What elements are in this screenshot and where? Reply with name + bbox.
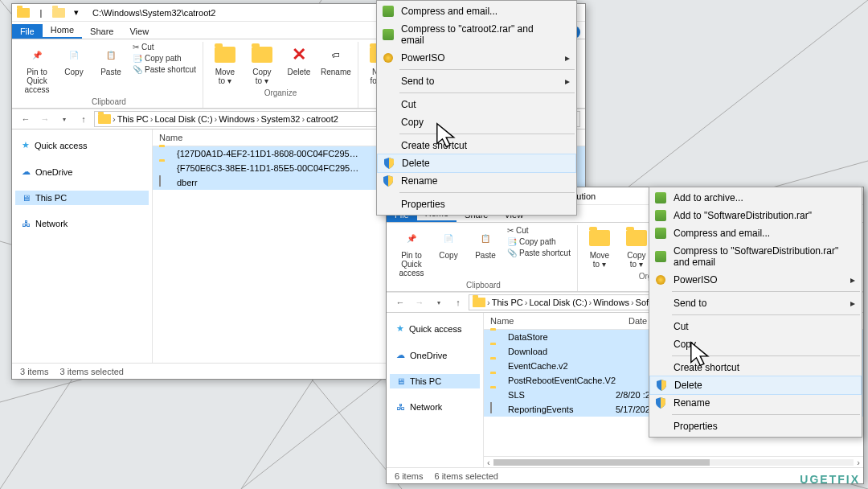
delete-button[interactable]: ✕Delete [282, 42, 316, 78]
submenu-arrow-icon: ▸ [565, 76, 570, 87]
menu-separator [399, 69, 575, 70]
menu-item-properties[interactable]: Properties [649, 417, 862, 435]
blank-icon [382, 98, 395, 111]
folder-icon [490, 331, 503, 343]
rename-button[interactable]: 🏷Rename [319, 42, 353, 78]
folder-icon [490, 345, 503, 358]
menu-item-copy[interactable]: Copy [377, 113, 576, 131]
tab-home[interactable]: Home [43, 23, 82, 39]
ribbon-group-clipboard: 📌Pin to Quick access 📄Copy 📋Paste ✂Cut 📑… [390, 225, 578, 291]
shield-icon [382, 175, 395, 187]
blank-icon [382, 198, 395, 211]
qat-dropdown[interactable]: ▾ [68, 6, 84, 20]
menu-item-rename[interactable]: Rename [377, 172, 576, 190]
group-label: Organize [264, 88, 297, 97]
blank-icon [382, 139, 395, 152]
history-dropdown[interactable]: ▾ [430, 294, 448, 311]
nav-network[interactable]: 🖧Network [390, 400, 480, 414]
menu-item-send-to[interactable]: Send to▸ [377, 72, 576, 90]
rar-icon [654, 250, 667, 263]
nav-quick-access[interactable]: ★Quick access [390, 321, 480, 336]
shield-icon [654, 397, 667, 409]
up-button[interactable]: ↑ [75, 110, 92, 128]
menu-item-cut[interactable]: Cut [649, 318, 862, 335]
copy-button[interactable]: 📄Copy [432, 225, 465, 261]
folder-icon [490, 388, 503, 401]
blank-icon [382, 75, 395, 88]
cut-button[interactable]: ✂Cut [131, 42, 198, 52]
blank-icon [654, 420, 667, 433]
rar-icon [654, 209, 667, 222]
folder-icon [490, 374, 503, 387]
menu-item-properties[interactable]: Properties [377, 195, 576, 213]
nav-quick-access[interactable]: ★Quick access [15, 138, 149, 153]
paste-shortcut-button[interactable]: 📎Paste shortcut [506, 248, 572, 258]
menu-item-add-to-softwaredistribution-rar[interactable]: Add to "SoftwareDistribution.rar" [649, 207, 862, 224]
menu-item-delete[interactable]: Delete [377, 154, 576, 173]
menu-item-create-shortcut[interactable]: Create shortcut [649, 359, 862, 376]
file-icon [159, 176, 172, 189]
tab-file[interactable]: File [12, 24, 43, 39]
menu-separator [672, 355, 860, 356]
blank-icon [382, 116, 395, 129]
ribbon-group-organize: Move to ▾ Copy to ▾ ✕Delete 🏷Rename Orga… [203, 42, 358, 108]
copy-to-button[interactable]: Copy to ▾ [245, 42, 279, 87]
shield-icon [383, 157, 395, 170]
copy-path-button[interactable]: 📑Copy path [131, 53, 198, 64]
move-to-button[interactable]: Move to ▾ [583, 225, 616, 270]
shield-icon [655, 379, 668, 392]
history-dropdown[interactable]: ▾ [55, 110, 73, 128]
folder-icon [159, 162, 172, 175]
pin-quick-access-button[interactable]: 📌Pin to Quick access [395, 225, 428, 279]
cut-button[interactable]: ✂Cut [506, 225, 572, 236]
copy-button[interactable]: 📄Copy [57, 42, 91, 78]
nav-pane: ★Quick access ☁OneDrive 🖥This PC 🖧Networ… [12, 129, 153, 363]
menu-item-copy[interactable]: Copy [649, 335, 862, 353]
menu-item-cut[interactable]: Cut [377, 96, 576, 113]
menu-item-poweriso[interactable]: PowerISO▸ [649, 271, 862, 289]
paste-button[interactable]: 📋Paste [469, 225, 502, 261]
menu-separator [672, 314, 860, 315]
nav-this-pc[interactable]: 🖥This PC [390, 374, 480, 388]
forward-button[interactable]: → [36, 110, 54, 128]
move-to-button[interactable]: Move to ▾ [208, 42, 242, 87]
tab-view[interactable]: View [121, 24, 157, 39]
up-button[interactable]: ↑ [449, 294, 467, 311]
back-button[interactable]: ← [17, 110, 35, 128]
menu-item-compress-and-email[interactable]: Compress and email... [377, 2, 576, 20]
qat-item[interactable] [51, 6, 67, 20]
context-menu: Add to archive...Add to "SoftwareDistrib… [649, 187, 862, 438]
status-selected: 3 items selected [59, 367, 123, 376]
hscrollbar[interactable]: ‹ › [484, 456, 863, 467]
submenu-arrow-icon: ▸ [565, 52, 570, 64]
statusbar: 6 items 6 items selected [387, 467, 863, 483]
nav-network[interactable]: 🖧Network [15, 216, 149, 231]
watermark: UGETFIX [800, 473, 860, 486]
menu-item-add-to-archive[interactable]: Add to archive... [649, 189, 862, 207]
nav-this-pc[interactable]: 🖥This PC [15, 191, 149, 205]
menu-item-create-shortcut[interactable]: Create shortcut [377, 137, 576, 154]
status-selected: 6 items selected [434, 471, 497, 481]
back-button[interactable]: ← [391, 294, 409, 311]
menu-item-compress-and-email[interactable]: Compress and email... [649, 224, 862, 242]
menu-item-rename[interactable]: Rename [649, 394, 862, 412]
rar-icon [382, 5, 395, 18]
file-icon [490, 403, 503, 416]
menu-item-compress-to-softwaredistribution-rar-and-email[interactable]: Compress to "SoftwareDistribution.rar" a… [649, 242, 862, 271]
menu-item-send-to[interactable]: Send to▸ [649, 294, 862, 312]
paste-button[interactable]: 📋Paste [94, 42, 128, 78]
submenu-arrow-icon: ▸ [850, 274, 855, 286]
nav-onedrive[interactable]: ☁OneDrive [15, 164, 149, 179]
submenu-arrow-icon: ▸ [850, 298, 855, 309]
blank-icon [654, 320, 667, 333]
copy-path-button[interactable]: 📑Copy path [506, 236, 572, 247]
nav-onedrive[interactable]: ☁OneDrive [390, 347, 480, 363]
menu-item-poweriso[interactable]: PowerISO▸ [377, 49, 576, 67]
pin-quick-access-button[interactable]: 📌Pin to Quick access [20, 42, 54, 96]
tab-share[interactable]: Share [82, 24, 121, 39]
forward-button[interactable]: → [411, 294, 428, 311]
paste-shortcut-button[interactable]: 📎Paste shortcut [131, 64, 198, 75]
menu-item-compress-to-catroot2-rar-and-email[interactable]: Compress to "catroot2.rar" and email [377, 20, 576, 49]
menu-item-delete[interactable]: Delete [649, 376, 862, 395]
menu-separator [399, 192, 575, 193]
